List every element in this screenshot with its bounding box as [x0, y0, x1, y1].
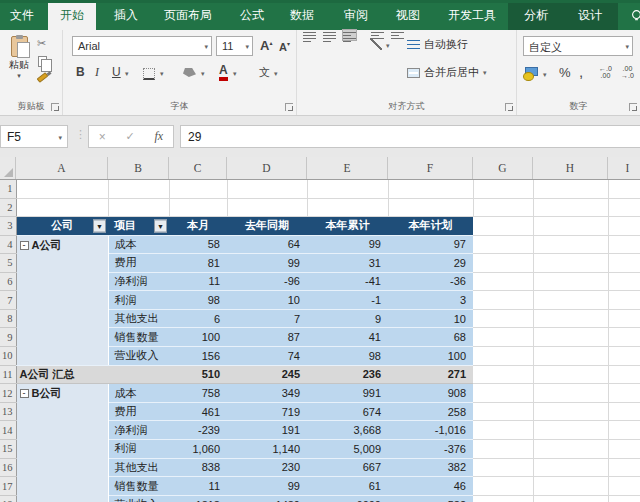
empty-cell[interactable]	[608, 365, 640, 384]
total-value-cell[interactable]: 510	[169, 365, 227, 384]
table-header-4[interactable]: 本年累计	[307, 216, 388, 235]
font-size-combobox[interactable]: 11▾	[216, 36, 253, 56]
value-cell[interactable]: 10	[388, 309, 473, 328]
value-cell[interactable]: 258	[388, 402, 473, 421]
empty-cell[interactable]	[533, 365, 608, 384]
row-header-16[interactable]: 16	[0, 458, 16, 477]
paste-button[interactable]: 粘贴 ▾	[3, 34, 35, 80]
cancel-icon[interactable]: ×	[99, 130, 106, 144]
empty-cell[interactable]	[533, 235, 608, 254]
tab-formulas[interactable]: 公式	[238, 0, 266, 30]
tab-data[interactable]: 数据	[288, 0, 316, 30]
empty-cell[interactable]	[473, 254, 533, 273]
empty-cell[interactable]	[108, 180, 169, 198]
value-cell[interactable]: -41	[307, 272, 388, 291]
accounting-format-icon[interactable]	[525, 67, 538, 76]
row-header-13[interactable]: 13	[0, 402, 16, 421]
value-cell[interactable]: 758	[169, 384, 227, 403]
empty-cell[interactable]	[608, 235, 640, 254]
table-header-item[interactable]: 项目	[108, 216, 169, 235]
value-cell[interactable]: 99	[227, 477, 307, 496]
value-cell[interactable]: 908	[388, 384, 473, 403]
fill-color-dropdown-caret[interactable]: ▾	[201, 70, 205, 78]
font-dialog-launcher[interactable]	[285, 103, 293, 111]
value-cell[interactable]: 230	[227, 458, 307, 477]
item-cell[interactable]: 费用	[108, 254, 169, 273]
value-cell[interactable]: 6	[169, 309, 227, 328]
empty-cell[interactable]	[533, 495, 608, 502]
empty-cell[interactable]	[533, 458, 608, 477]
empty-cell[interactable]	[473, 495, 533, 502]
value-cell[interactable]: 97	[388, 235, 473, 254]
company-cell-B公司[interactable]: B公司	[16, 384, 108, 502]
total-label-cell[interactable]: A公司 汇总	[16, 365, 169, 384]
value-cell[interactable]: 3,668	[307, 421, 388, 440]
empty-cell[interactable]	[473, 347, 533, 366]
column-header-B[interactable]: B	[108, 157, 169, 179]
value-cell[interactable]: 674	[307, 402, 388, 421]
underline-button[interactable]: U	[112, 65, 121, 79]
empty-cell[interactable]	[533, 384, 608, 403]
value-cell[interactable]: 11	[169, 272, 227, 291]
comma-style-button[interactable]: ,	[579, 63, 583, 80]
empty-cell[interactable]	[473, 272, 533, 291]
value-cell[interactable]: 382	[388, 458, 473, 477]
empty-cell[interactable]	[608, 347, 640, 366]
accounting-dropdown-caret[interactable]: ▾	[543, 71, 547, 79]
item-cell[interactable]: 成本	[108, 235, 169, 254]
column-header-D[interactable]: D	[227, 157, 307, 179]
name-box[interactable]: F5 ▾	[0, 125, 68, 148]
empty-cell[interactable]	[227, 180, 307, 198]
value-cell[interactable]: 1,060	[169, 440, 227, 459]
filter-button-item[interactable]	[154, 219, 167, 232]
merge-dropdown-caret[interactable]: ▾	[483, 69, 487, 77]
value-cell[interactable]: 46	[388, 477, 473, 496]
empty-cell[interactable]	[533, 347, 608, 366]
value-cell[interactable]: 7	[227, 309, 307, 328]
decrease-decimal-icon[interactable]: .00→.0	[621, 65, 634, 79]
bold-button[interactable]: B	[76, 65, 85, 79]
empty-cell[interactable]	[608, 180, 640, 198]
value-cell[interactable]: 58	[169, 235, 227, 254]
empty-cell[interactable]	[227, 198, 307, 216]
number-format-combobox[interactable]: 自定义▾	[523, 36, 633, 56]
empty-cell[interactable]	[533, 309, 608, 328]
value-cell[interactable]: 9	[307, 309, 388, 328]
empty-cell[interactable]	[608, 254, 640, 273]
tab-design[interactable]: 设计	[576, 0, 604, 30]
formula-input[interactable]: 29	[180, 125, 640, 148]
empty-cell[interactable]	[608, 458, 640, 477]
select-all-corner[interactable]	[0, 157, 16, 179]
percent-style-button[interactable]: %	[559, 65, 571, 80]
empty-cell[interactable]	[169, 198, 227, 216]
value-cell[interactable]: -96	[227, 272, 307, 291]
empty-cell[interactable]	[473, 216, 533, 235]
format-painter-icon[interactable]	[37, 72, 49, 83]
table-header-5[interactable]: 本年计划	[388, 216, 473, 235]
empty-cell[interactable]	[307, 198, 388, 216]
empty-cell[interactable]	[388, 198, 473, 216]
empty-cell[interactable]	[608, 291, 640, 310]
row-header-4[interactable]: 4	[0, 235, 16, 254]
underline-dropdown-caret[interactable]: ▾	[125, 70, 129, 78]
row-header-9[interactable]: 9	[0, 328, 16, 347]
empty-cell[interactable]	[608, 402, 640, 421]
value-cell[interactable]: 1818	[169, 495, 227, 502]
name-box-caret[interactable]: ▾	[58, 134, 62, 142]
alignment-dialog-launcher[interactable]	[505, 103, 513, 111]
align-right-icon[interactable]	[343, 30, 356, 40]
value-cell[interactable]: 10	[227, 291, 307, 310]
column-header-G[interactable]: G	[473, 157, 533, 179]
value-cell[interactable]: 838	[169, 458, 227, 477]
value-cell[interactable]: -1,016	[388, 421, 473, 440]
empty-cell[interactable]	[473, 180, 533, 198]
empty-cell[interactable]	[608, 495, 640, 502]
empty-cell[interactable]	[16, 198, 108, 216]
grow-font-button[interactable]: A▴	[260, 38, 272, 53]
empty-cell[interactable]	[473, 477, 533, 496]
empty-cell[interactable]	[608, 384, 640, 403]
value-cell[interactable]: 98	[307, 347, 388, 366]
tell-me-box[interactable]: 告诉我	[630, 0, 640, 30]
insert-function-icon[interactable]: fx	[154, 129, 163, 144]
empty-cell[interactable]	[473, 440, 533, 459]
